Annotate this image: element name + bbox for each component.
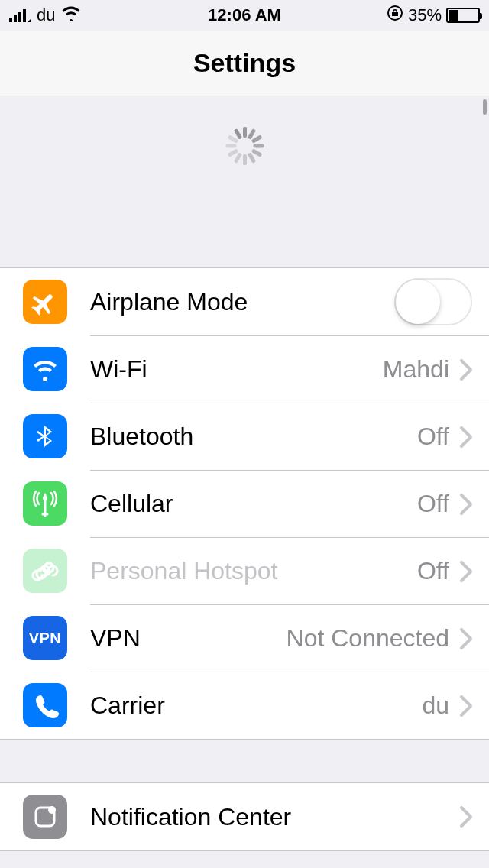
wifi-settings-icon <box>23 347 67 391</box>
page-title: Settings <box>193 48 296 78</box>
row-detail: Not Connected <box>287 624 449 653</box>
chevron-right-icon <box>460 628 472 649</box>
battery-percentage: 35% <box>408 5 442 25</box>
settings-group-notifications: Notification Center <box>0 782 489 851</box>
airplane-icon <box>23 280 67 324</box>
row-detail: du <box>422 691 449 720</box>
airplane-mode-toggle[interactable] <box>394 278 472 326</box>
chevron-right-icon <box>460 494 472 515</box>
row-detail: Off <box>417 423 449 451</box>
chevron-right-icon <box>460 359 472 381</box>
row-wifi[interactable]: Wi-Fi Mahdi <box>0 335 489 403</box>
signal-strength-icon <box>9 8 31 22</box>
group-gap <box>0 740 489 782</box>
spinner-icon <box>225 127 264 165</box>
status-carrier-label: du <box>37 5 55 25</box>
row-personal-hotspot[interactable]: Personal Hotspot Off <box>0 537 489 604</box>
scroll-indicator <box>483 99 487 115</box>
settings-group-connectivity: Airplane Mode Wi-Fi Mahdi Bluetooth Off <box>0 267 489 740</box>
row-label: Airplane Mode <box>90 288 394 316</box>
battery-fill <box>449 10 458 21</box>
phone-icon <box>23 683 67 727</box>
chevron-right-icon <box>460 561 472 582</box>
chevron-right-icon <box>460 695 472 717</box>
nav-header: Settings <box>0 31 489 96</box>
notification-center-icon <box>23 795 67 839</box>
row-detail: Off <box>417 557 449 585</box>
row-detail: Off <box>417 490 449 518</box>
svg-point-1 <box>43 496 47 500</box>
wifi-icon <box>61 5 81 25</box>
row-carrier[interactable]: Carrier du <box>0 672 489 739</box>
battery-icon <box>446 8 480 23</box>
vpn-icon: VPN <box>23 616 67 660</box>
chevron-right-icon <box>460 426 472 448</box>
row-label: Bluetooth <box>90 423 417 451</box>
row-airplane-mode[interactable]: Airplane Mode <box>0 268 489 335</box>
row-cellular[interactable]: Cellular Off <box>0 470 489 537</box>
status-time: 12:06 AM <box>208 5 281 25</box>
status-bar: du 12:06 AM 35% <box>0 0 489 31</box>
row-label: Personal Hotspot <box>90 557 417 585</box>
account-loading-area <box>0 96 489 267</box>
svg-point-6 <box>48 806 56 814</box>
row-bluetooth[interactable]: Bluetooth Off <box>0 403 489 470</box>
chevron-right-icon <box>460 806 472 828</box>
orientation-lock-icon <box>387 5 403 26</box>
row-notification-center[interactable]: Notification Center <box>0 783 489 850</box>
bluetooth-icon <box>23 414 67 458</box>
row-label: VPN <box>90 624 287 653</box>
row-label: Cellular <box>90 490 417 518</box>
row-label: Wi-Fi <box>90 355 383 384</box>
row-label: Carrier <box>90 691 422 720</box>
cellular-icon <box>23 481 67 526</box>
row-vpn[interactable]: VPN VPN Not Connected <box>0 604 489 672</box>
hotspot-icon <box>23 549 67 593</box>
row-label: Notification Center <box>90 803 460 831</box>
row-detail: Mahdi <box>383 355 449 384</box>
